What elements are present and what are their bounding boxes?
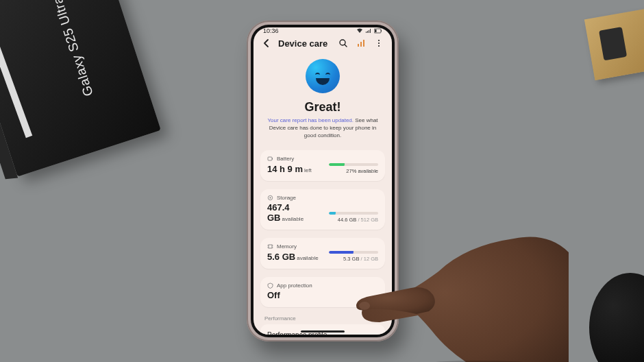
- card-storage-head: Storage: [267, 195, 378, 201]
- app-protection-value: Off: [267, 290, 378, 300]
- svg-rect-11: [268, 157, 272, 160]
- bar-chart-icon: [356, 38, 366, 48]
- status-face-icon: [306, 59, 340, 93]
- card-memory[interactable]: Memory 5.6 GBavailable 5.3 GB / 12 GB: [260, 238, 385, 269]
- app-protection-label: App protection: [277, 282, 312, 289]
- signal-icon: [365, 28, 372, 34]
- phone-body: 10:36 Device care: [247, 21, 399, 341]
- svg-point-8: [378, 40, 380, 41]
- svg-rect-15: [269, 245, 272, 248]
- card-app-protection[interactable]: App protection Off: [260, 277, 385, 307]
- card-storage[interactable]: Storage 467.4 GBavailable 44.6 GB / 512 …: [260, 189, 385, 230]
- memory-meter: [329, 251, 378, 254]
- item-performance-profile[interactable]: Performance profile: [260, 324, 385, 335]
- chart-button[interactable]: [355, 37, 367, 49]
- memory-used-label: 5.3 GB / 12 GB: [343, 256, 378, 262]
- hero-status: Great! Your care report has been updated…: [253, 56, 392, 146]
- svg-rect-7: [363, 40, 364, 47]
- battery-small-icon: [267, 156, 273, 162]
- card-app-protection-head: App protection: [267, 282, 378, 289]
- box-product-name: Galaxy S25 Ultra: [50, 0, 97, 98]
- phone-bezel: 10:36 Device care: [251, 25, 395, 337]
- app-bar: Device care: [253, 34, 392, 56]
- battery-label: Battery: [277, 156, 294, 162]
- svg-rect-6: [360, 42, 362, 47]
- box-accent-stripe: [0, 20, 32, 138]
- dark-object-corner: [589, 273, 644, 362]
- care-report-link[interactable]: Your care report has been updated.: [267, 117, 354, 123]
- card-battery[interactable]: Battery 14 h 9 mleft 27% available: [260, 150, 385, 181]
- svg-rect-5: [358, 44, 359, 47]
- nav-bar-indicator: [301, 330, 345, 333]
- card-memory-head: Memory: [267, 243, 378, 250]
- phone-screen: 10:36 Device care: [253, 27, 392, 335]
- svg-rect-1: [381, 30, 382, 32]
- svg-rect-2: [375, 29, 377, 32]
- battery-icon: [374, 28, 382, 34]
- shield-icon: [267, 282, 273, 289]
- memory-value: 5.6 GBavailable: [267, 252, 319, 262]
- back-button[interactable]: [260, 37, 273, 49]
- svg-rect-12: [272, 158, 273, 160]
- memory-label: Memory: [277, 243, 297, 250]
- more-vertical-icon: [374, 38, 384, 48]
- battery-value: 14 h 9 mleft: [267, 164, 312, 174]
- storage-value: 467.4 GBavailable: [267, 202, 319, 223]
- more-button[interactable]: [373, 37, 385, 49]
- memory-small-icon: [267, 243, 273, 250]
- battery-meter: [329, 163, 378, 166]
- status-bar: 10:36: [253, 27, 392, 34]
- section-performance: Performance: [253, 311, 392, 323]
- svg-point-14: [270, 197, 271, 199]
- status-icons: [356, 28, 382, 34]
- status-subtext: Your care report has been updated. See w…: [267, 117, 378, 139]
- wooden-decor-object: [584, 9, 644, 80]
- svg-point-10: [378, 45, 380, 47]
- page-title: Device care: [278, 38, 332, 49]
- storage-meter: [329, 212, 378, 215]
- card-battery-head: Battery: [267, 156, 378, 162]
- search-icon: [338, 38, 348, 48]
- status-time: 10:36: [263, 27, 279, 34]
- status-title: Great!: [304, 100, 340, 114]
- svg-point-9: [378, 43, 380, 44]
- battery-pct-label: 27% available: [346, 168, 378, 174]
- storage-small-icon: [267, 195, 273, 201]
- product-box: Galaxy S25 Ultra: [0, 0, 161, 177]
- storage-used-label: 44.6 GB / 512 GB: [338, 217, 378, 223]
- wifi-icon: [356, 28, 363, 34]
- back-icon: [262, 38, 271, 48]
- search-button[interactable]: [337, 37, 349, 49]
- svg-line-4: [345, 45, 347, 47]
- storage-label: Storage: [277, 195, 296, 201]
